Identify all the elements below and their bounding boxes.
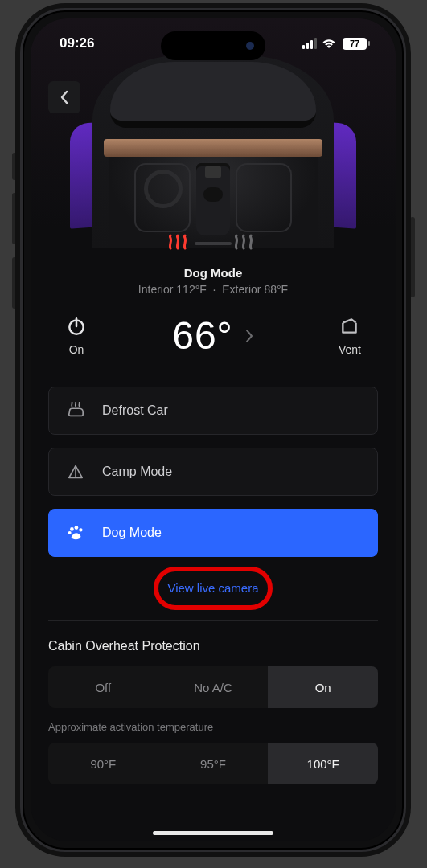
app-screen: 09:26 77 xyxy=(31,18,396,841)
status-right: 77 xyxy=(302,37,372,51)
vent-toggle[interactable]: Vent xyxy=(322,316,378,356)
dynamic-island xyxy=(161,31,265,60)
sheet-drag-handle[interactable] xyxy=(195,242,232,245)
power-label: On xyxy=(69,343,84,356)
mode-subtitle: Interior 112°F · Exterior 88°F xyxy=(48,283,378,296)
tent-icon xyxy=(67,463,84,481)
chevron-right-icon xyxy=(244,328,254,344)
paw-icon xyxy=(67,524,84,542)
activation-temp-segment: 90°F 95°F 100°F xyxy=(48,743,378,784)
temperature-value: 66° xyxy=(172,313,233,358)
svg-point-4 xyxy=(79,528,82,531)
temperature-control[interactable]: 66° xyxy=(105,313,322,358)
vent-icon xyxy=(339,316,360,337)
phone-frame: 09:26 77 xyxy=(20,8,406,852)
mode-option-list: Defrost Car Camp Mode xyxy=(48,387,378,557)
overheat-segment: Off No A/C On xyxy=(48,666,378,708)
divider xyxy=(48,620,378,621)
option-camp[interactable]: Camp Mode xyxy=(48,448,378,496)
battery-pct: 77 xyxy=(350,39,359,48)
interior-temp: Interior 112°F xyxy=(138,283,207,296)
home-indicator[interactable] xyxy=(153,831,273,835)
temp-90[interactable]: 90°F xyxy=(48,743,158,784)
svg-point-5 xyxy=(68,531,72,534)
mode-title: Dog Mode xyxy=(48,266,378,280)
wifi-icon xyxy=(322,38,336,49)
seat-heat-left-icon[interactable] xyxy=(166,234,194,252)
overheat-on[interactable]: On xyxy=(268,666,378,708)
power-icon xyxy=(66,316,87,337)
battery-indicator: 77 xyxy=(341,37,372,51)
exterior-temp: Exterior 88°F xyxy=(222,283,288,296)
option-defrost[interactable]: Defrost Car xyxy=(48,387,378,435)
svg-point-3 xyxy=(75,526,79,530)
status-time: 09:26 xyxy=(60,35,94,51)
option-defrost-label: Defrost Car xyxy=(102,403,168,418)
option-dog-label: Dog Mode xyxy=(102,526,162,540)
vehicle-illustration xyxy=(92,55,334,248)
mode-header: Dog Mode Interior 112°F · Exterior 88°F xyxy=(48,266,378,296)
view-live-camera-link[interactable]: View live camera xyxy=(153,573,273,603)
back-button[interactable] xyxy=(48,81,80,113)
approx-activation-label: Approximate activation temperature xyxy=(48,721,378,733)
option-dog[interactable]: Dog Mode xyxy=(48,509,378,557)
seat-heat-right-icon[interactable] xyxy=(232,234,260,252)
option-camp-label: Camp Mode xyxy=(102,465,172,479)
live-camera-row: View live camera xyxy=(48,573,378,603)
temp-95[interactable]: 95°F xyxy=(158,743,269,784)
overheat-off[interactable]: Off xyxy=(48,666,158,708)
overheat-title: Cabin Overheat Protection xyxy=(48,639,378,653)
temperature-row: On 66° Vent xyxy=(48,313,378,358)
power-toggle[interactable]: On xyxy=(48,316,105,356)
temp-100[interactable]: 100°F xyxy=(268,743,378,784)
overheat-noac[interactable]: No A/C xyxy=(158,666,269,708)
main-content: Dog Mode Interior 112°F · Exterior 88°F … xyxy=(31,252,396,841)
defrost-icon xyxy=(67,402,84,420)
vent-label: Vent xyxy=(339,343,361,356)
cellular-signal-icon xyxy=(302,38,317,49)
svg-point-2 xyxy=(70,527,74,531)
